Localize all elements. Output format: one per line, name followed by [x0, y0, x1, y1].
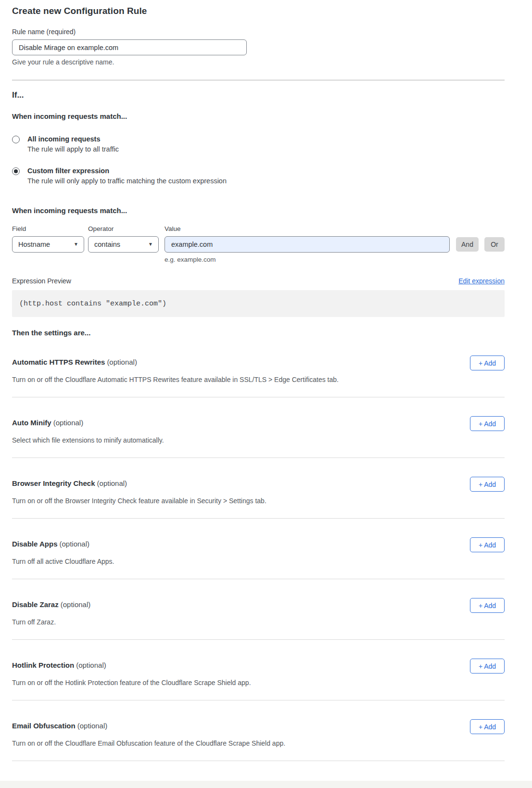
expression-preview-label: Expression Preview — [12, 277, 71, 285]
value-helper: e.g. example.com — [165, 256, 505, 263]
optional-suffix: (optional) — [77, 722, 108, 730]
optional-suffix: (optional) — [59, 540, 89, 548]
rule-name-input[interactable] — [12, 39, 247, 55]
rule-name-label: Rule name (required) — [12, 28, 505, 36]
setting-title: Auto Minify(optional) — [12, 416, 83, 427]
setting-title: Browser Integrity Check(optional) — [12, 477, 127, 487]
setting-description: Select which file extensions to minify a… — [12, 436, 505, 444]
setting-hotlink-protection: Hotlink Protection(optional) + Add Turn … — [12, 640, 505, 700]
optional-suffix: (optional) — [53, 419, 84, 427]
chevron-down-icon: ▼ — [74, 242, 78, 247]
setting-title: Disable Zaraz(optional) — [12, 598, 90, 609]
match-heading: When incoming requests match... — [12, 112, 505, 120]
value-column-label: Value — [165, 225, 181, 232]
option-custom-filter-expression[interactable]: Custom filter expression The rule will o… — [12, 167, 505, 185]
value-input[interactable] — [165, 236, 450, 253]
setting-title: Disable Apps(optional) — [12, 537, 89, 548]
field-select-value: Hostname — [18, 241, 50, 248]
radio-description: The rule will apply to all traffic — [27, 145, 119, 153]
setting-title: Automatic HTTPS Rewrites(optional) — [12, 356, 137, 366]
setting-browser-integrity-check: Browser Integrity Check(optional) + Add … — [12, 458, 505, 519]
setting-auto-minify: Auto Minify(optional) + Add Select which… — [12, 397, 505, 458]
add-email-obfuscation-button[interactable]: + Add — [470, 719, 505, 734]
add-browser-integrity-check-button[interactable]: + Add — [470, 477, 505, 492]
setting-disable-zaraz: Disable Zaraz(optional) + Add Turn off Z… — [12, 579, 505, 640]
builder-heading: When incoming requests match... — [12, 206, 505, 215]
setting-disable-apps: Disable Apps(optional) + Add Turn off al… — [12, 519, 505, 579]
setting-email-obfuscation: Email Obfuscation(optional) + Add Turn o… — [12, 700, 505, 761]
if-heading: If... — [12, 90, 505, 100]
setting-title: Hotlink Protection(optional) — [12, 659, 106, 669]
field-column-label: Field — [12, 225, 88, 232]
expression-preview-box: (http.host contains "example.com") — [12, 290, 505, 317]
radio-all-incoming-requests[interactable] — [12, 136, 20, 143]
footer-background-strip — [0, 781, 532, 788]
radio-label: All incoming requests — [27, 135, 119, 143]
edit-expression-link[interactable]: Edit expression — [458, 277, 505, 285]
add-auto-minify-button[interactable]: + Add — [470, 416, 505, 431]
expression-code: (http.host contains "example.com") — [19, 300, 166, 308]
option-all-incoming-requests[interactable]: All incoming requests The rule will appl… — [12, 135, 505, 153]
setting-description: Turn on or off the Hotlink Protection fe… — [12, 679, 505, 686]
optional-suffix: (optional) — [76, 661, 106, 669]
add-hotlink-protection-button[interactable]: + Add — [470, 659, 505, 674]
section-divider — [12, 80, 505, 80]
setting-title: Email Obfuscation(optional) — [12, 719, 107, 730]
create-configuration-rule-form: Create new Configuration Rule Rule name … — [0, 0, 505, 788]
operator-select[interactable]: contains ▼ — [88, 236, 159, 253]
optional-suffix: (optional) — [107, 358, 137, 366]
page-title: Create new Configuration Rule — [12, 6, 505, 16]
optional-suffix: (optional) — [97, 479, 127, 487]
add-automatic-https-rewrites-button[interactable]: + Add — [470, 356, 505, 370]
setting-description: Turn on or off the Cloudflare Email Obfu… — [12, 739, 505, 747]
or-button[interactable]: Or — [484, 237, 505, 252]
radio-label: Custom filter expression — [27, 167, 227, 175]
and-button[interactable]: And — [456, 237, 479, 252]
chevron-down-icon: ▼ — [148, 242, 153, 247]
add-disable-zaraz-button[interactable]: + Add — [470, 598, 505, 613]
operator-select-value: contains — [94, 241, 120, 248]
then-settings-heading: Then the settings are... — [12, 329, 505, 337]
setting-description: Turn on or off the Browser Integrity Che… — [12, 497, 505, 505]
radio-custom-filter-expression[interactable] — [12, 167, 20, 175]
optional-suffix: (optional) — [61, 600, 91, 609]
setting-description: Turn off Zaraz. — [12, 618, 505, 626]
radio-description: The rule will only apply to traffic matc… — [27, 177, 227, 185]
rule-name-helper: Give your rule a descriptive name. — [12, 58, 505, 66]
setting-description: Turn on or off the Cloudflare Automatic … — [12, 376, 505, 383]
setting-description: Turn off all active Cloudflare Apps. — [12, 558, 505, 565]
setting-automatic-https-rewrites: Automatic HTTPS Rewrites(optional) + Add… — [12, 337, 505, 397]
operator-column-label: Operator — [88, 225, 165, 232]
field-select[interactable]: Hostname ▼ — [12, 236, 84, 253]
add-disable-apps-button[interactable]: + Add — [470, 537, 505, 552]
